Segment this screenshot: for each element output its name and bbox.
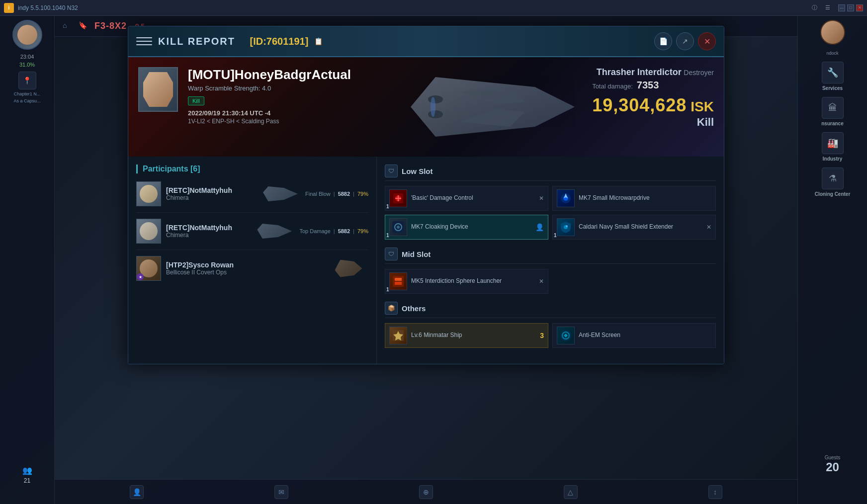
taskbar-menu-icon[interactable]: ☰ (825, 4, 830, 11)
p2-stats: Top Damage | 5882 | 79% (299, 228, 368, 234)
rs-player-avatar[interactable] (820, 20, 845, 45)
p2-name: [RETC]NotMattyhuh (166, 224, 250, 232)
participant-row: [RETC]NotMattyhuh Chimera Final Blow | 5… (136, 181, 368, 213)
equipment-panel: 🛡 Low Slot (377, 157, 724, 364)
cloak-name: MK7 Cloaking Device (411, 223, 468, 231)
insurance-icon[interactable]: 🏛 (822, 97, 844, 119)
game-time: 23:04 (20, 54, 34, 60)
p1-ship-img (260, 184, 300, 204)
interdiction-name: MK5 Interdiction Sphere Launcher (411, 277, 502, 285)
equip-anti-em: Anti-EM Screen (552, 323, 716, 348)
capsule-text: As a Capsu... (11, 98, 42, 103)
svg-rect-18 (393, 276, 404, 287)
modal-actions: 📄 ↗ ✕ (654, 32, 716, 50)
scroll-icon-btn[interactable]: ↕ (708, 485, 722, 499)
rs-services-section: 🔧 Services (798, 62, 867, 91)
victim-avatar (138, 67, 178, 112)
hero-stats: Thrasher Interdictor Destroyer Total dam… (592, 67, 714, 129)
participants-panel: Participants [6] [RETC]NotMattyhuh Chime… (128, 157, 377, 364)
modal-title: KILL REPORT (158, 36, 235, 47)
taskbar-right: ⓘ ☰ — □ ✕ (812, 4, 863, 11)
modal-close-button[interactable]: ✕ (698, 32, 716, 50)
p2-ship: Chimera (166, 232, 250, 239)
participant-1-info: [RETC]NotMattyhuh Chimera (166, 186, 256, 201)
svg-rect-20 (395, 282, 402, 285)
others-icon: 📦 (385, 302, 398, 315)
total-damage-val: 7353 (637, 80, 659, 91)
low-slot-section: 🛡 Low Slot (385, 165, 716, 240)
skill-level: 3 (540, 332, 544, 339)
low-slot-grid: 1 'Basic' Damage Control ✕ (385, 186, 716, 240)
character-icon-btn[interactable]: 👤 (130, 485, 144, 499)
equip-cloak: 1 MK7 Cloaking Device 👤 (385, 215, 548, 240)
victim-face (143, 72, 173, 107)
damage-control-close[interactable]: ✕ (539, 195, 544, 202)
modal-body: Participants [6] [RETC]NotMattyhuh Chime… (128, 157, 724, 364)
participant-2-avatar (136, 219, 161, 244)
svg-point-17 (566, 225, 568, 227)
notes-button[interactable]: 📄 (654, 32, 672, 50)
p1-stat-row: Final Blow | 5882 | 79% (305, 191, 368, 197)
mail-icon-btn[interactable]: ✉ (274, 485, 288, 499)
ship-name: Thrasher Interdictor (597, 67, 682, 77)
industry-icon[interactable]: 🏭 (822, 132, 844, 154)
equip-shield: 1 Caldari Navy Small Shield Extender ✕ (552, 215, 716, 240)
mid-slot-grid: 1 MK5 Interdiction Sphere Launcher ✕ (385, 269, 716, 294)
kill-label-text: Kill (592, 116, 714, 129)
ndock-label: ndock (826, 51, 838, 56)
hamburger-line-2 (136, 41, 152, 42)
svg-point-5 (431, 97, 435, 117)
low-slot-header: 🛡 Low Slot (385, 165, 716, 181)
cloak-icon (389, 218, 407, 236)
participant-row: [RETC]NotMattyhuh Chimera Top Damage | 5… (136, 219, 368, 250)
equip-interdiction: 1 MK5 Interdiction Sphere Launcher ✕ (385, 269, 548, 294)
plus-icon-btn[interactable]: ⊕ (419, 485, 433, 499)
kill-badge: Kill (188, 96, 204, 105)
p1-stats: Final Blow | 5882 | 79% (305, 191, 368, 197)
location-icon-btn[interactable]: 📍 (18, 72, 36, 89)
people-icon: 👥 (22, 466, 32, 475)
cloak-count: 1 (386, 233, 389, 238)
damage-control-count: 1 (386, 204, 389, 209)
kill-report-modal: KILL REPORT [ID:7601191] 📋 📄 ↗ ✕ (128, 26, 724, 364)
p2-ship-silhouette (257, 224, 292, 239)
participant-2-info: [RETC]NotMattyhuh Chimera (166, 224, 250, 239)
p1-ship: Chimera (166, 194, 256, 201)
shield-close[interactable]: ✕ (706, 224, 711, 231)
participant-3-avatar: ★ (136, 256, 161, 281)
interdiction-count: 1 (386, 287, 389, 292)
cloning-icon[interactable]: ⚗ (822, 168, 844, 189)
skill-name: Lv.6 Minmatar Ship (411, 332, 462, 339)
damage-control-name: 'Basic' Damage Control (411, 194, 473, 202)
minimize-button[interactable]: — (838, 4, 845, 11)
hamburger-menu[interactable] (136, 33, 152, 49)
anti-em-name: Anti-EM Screen (579, 332, 620, 339)
taskbar-info-icon[interactable]: ⓘ (812, 4, 817, 11)
isk-amount: 19,304,628 (592, 95, 687, 116)
people-count: 21 (24, 477, 30, 484)
p3-ship-silhouette (335, 260, 362, 277)
alert-icon-btn[interactable]: △ (564, 485, 578, 499)
p2-ship-img (255, 221, 294, 241)
rs-industry-section: 🏭 Industry (798, 132, 867, 162)
maximize-button[interactable]: □ (847, 4, 854, 11)
low-slot-icon: 🛡 (385, 165, 398, 177)
mid-slot-title: Mid Slot (402, 250, 431, 258)
interdiction-close[interactable]: ✕ (539, 278, 544, 285)
shield-count: 1 (554, 233, 557, 238)
hamburger-line-3 (136, 44, 152, 45)
guests-section: Guests 20 (825, 455, 841, 474)
ship-type: Destroyer (684, 69, 714, 77)
close-button[interactable]: ✕ (856, 4, 863, 11)
share-button[interactable]: ↗ (676, 32, 694, 50)
modal-overlay: KILL REPORT [ID:7601191] 📋 📄 ↗ ✕ (55, 16, 797, 479)
mid-slot-section: 🛡 Mid Slot 1 (385, 248, 716, 294)
player-avatar[interactable] (12, 20, 42, 50)
p2-stat-label: Top Damage (299, 228, 330, 234)
low-slot-title: Low Slot (402, 167, 433, 175)
copy-icon[interactable]: 📋 (314, 37, 323, 45)
hero-section: [MOTU]HoneyBadgrActual Warp Scramble Str… (128, 57, 724, 157)
p3-ship-img (329, 258, 368, 278)
mid-slot-header: 🛡 Mid Slot (385, 248, 716, 264)
services-icon[interactable]: 🔧 (822, 62, 844, 84)
